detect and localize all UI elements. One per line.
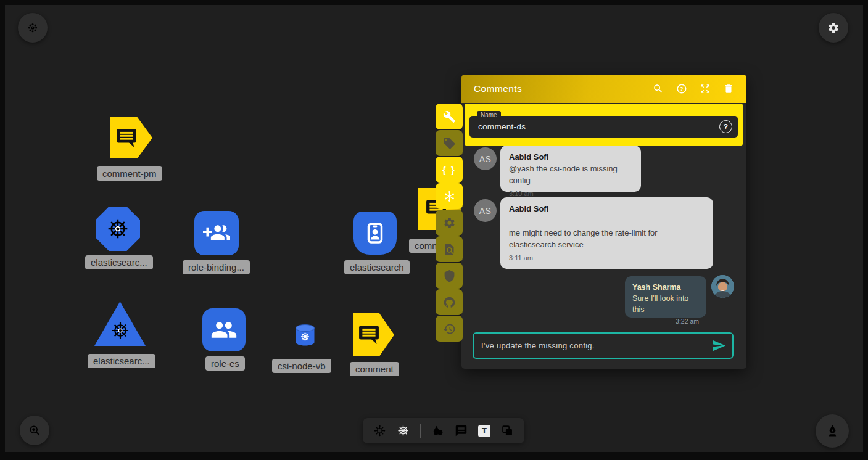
shapes-icon <box>431 424 444 437</box>
node-action-toolbar: { } <box>436 104 463 342</box>
kubernetes-wheel-icon <box>110 320 131 341</box>
message-author: Yash Sharma <box>632 282 699 293</box>
message-time: 3:22 am <box>632 317 699 326</box>
node-label: role-binding... <box>183 260 250 274</box>
canvas-node-elasticsearch-triangle[interactable] <box>94 302 146 346</box>
shapes-tool-button[interactable] <box>431 424 444 437</box>
avatar: AS <box>474 199 497 222</box>
kubernetes-tool-button[interactable] <box>397 424 410 437</box>
node-label: elasticsearc... <box>85 255 153 269</box>
node-label: csi-node-vb <box>272 359 331 373</box>
gear-icon <box>827 22 840 34</box>
toolbar-configure-button[interactable] <box>436 104 463 129</box>
infrastructure-icon <box>373 424 386 437</box>
canvas-node-csi-node-vb[interactable] <box>294 324 316 347</box>
doc-search-icon <box>443 243 456 256</box>
id-badge-icon <box>362 220 388 246</box>
canvas-node-elasticsearch-octagon[interactable] <box>96 207 140 251</box>
chat-message: Aabid Sofi @yash the csi-node is missing… <box>500 146 641 192</box>
shield-icon <box>443 269 456 282</box>
tag-icon <box>443 137 456 150</box>
app-logo-icon <box>27 22 38 33</box>
avatar-photo <box>711 275 734 298</box>
toolbar-doc-search-button[interactable] <box>436 236 463 262</box>
message-author: Aabid Sofi <box>509 203 705 215</box>
toolbar-hub-button[interactable] <box>436 183 463 209</box>
image-icon <box>501 424 514 437</box>
chat-message: Aabid Sofi me might need to change the r… <box>500 197 713 269</box>
name-field-label: Name <box>477 111 501 119</box>
comments-header-actions: ? <box>653 83 734 94</box>
name-input[interactable] <box>469 116 738 138</box>
chat-message: Yash Sharma Sure I'll look into this 3:2… <box>625 276 706 318</box>
wrench-icon <box>443 110 456 123</box>
comment-bubble-icon <box>116 128 137 148</box>
comments-panel-title: Comments <box>474 83 522 94</box>
message-text: Sure I'll look into this <box>632 293 699 315</box>
users-icon <box>210 316 238 343</box>
node-label: role-es <box>205 356 245 371</box>
toolbar-github-button[interactable] <box>436 289 463 315</box>
expand-icon <box>700 83 711 94</box>
comment-icon <box>455 424 468 437</box>
braces-icon: { } <box>442 165 456 175</box>
pen-tool-button[interactable] <box>816 414 849 448</box>
trash-icon <box>723 83 734 94</box>
user-photo-icon <box>711 275 734 298</box>
help-icon: ? <box>719 120 732 133</box>
zoom-button[interactable] <box>20 416 49 445</box>
design-canvas[interactable]: comment-pm elasticsearc... role-binding.… <box>5 5 863 452</box>
comment-bubble-icon <box>358 325 379 345</box>
hub-icon <box>443 190 456 203</box>
canvas-node-comment[interactable] <box>353 313 394 356</box>
gear-icon <box>443 216 456 229</box>
help-button[interactable]: ? <box>676 83 687 94</box>
canvas-node-role-binding[interactable] <box>194 211 239 255</box>
search-icon <box>653 83 664 94</box>
delete-button[interactable] <box>723 83 734 94</box>
message-text: me might need to change the rate-limit f… <box>509 228 705 251</box>
toolbar-security-button[interactable] <box>436 263 463 289</box>
image-tool-button[interactable] <box>501 424 514 437</box>
app-menu-button[interactable] <box>18 13 48 43</box>
svg-text:?: ? <box>680 86 683 92</box>
comment-composer <box>473 332 734 359</box>
toolbar-history-button[interactable] <box>436 316 463 342</box>
send-button[interactable] <box>712 339 732 353</box>
history-icon <box>443 322 456 335</box>
comments-panel: Comments ? Name ? AS Aabid Sofi <box>461 75 746 369</box>
search-button[interactable] <box>653 83 664 94</box>
text-icon: T <box>478 425 490 437</box>
node-label: comment <box>350 362 399 376</box>
text-tool-button[interactable]: T <box>478 425 490 437</box>
message-text: @yash the csi-node is missing config <box>509 163 632 187</box>
name-help-button[interactable]: ? <box>719 120 732 133</box>
help-icon: ? <box>676 83 687 94</box>
app-window: comment-pm elasticsearc... role-binding.… <box>0 0 868 460</box>
users-plus-icon <box>203 220 230 247</box>
comment-tool-button[interactable] <box>455 424 468 437</box>
infrastructure-tool-button[interactable] <box>373 424 386 437</box>
kubernetes-wheel-icon <box>105 216 130 241</box>
avatar: AS <box>474 147 497 170</box>
canvas-node-role-es[interactable] <box>202 308 246 351</box>
node-label: comment-pm <box>97 166 162 181</box>
zoom-in-icon <box>28 424 41 437</box>
message-time: 3:11 am <box>509 253 705 263</box>
kubernetes-wheel-icon <box>397 424 410 437</box>
name-field-section: Name ? <box>465 104 743 146</box>
toolbar-tag-button[interactable] <box>436 130 463 156</box>
comment-input[interactable] <box>474 341 712 350</box>
node-label: elasticsearch <box>344 260 410 274</box>
settings-button[interactable] <box>819 13 848 43</box>
toolbar-settings-button[interactable] <box>436 210 463 236</box>
comments-panel-header[interactable]: Comments ? <box>461 75 746 103</box>
pen-nib-icon <box>825 424 840 439</box>
canvas-node-comment-pm[interactable] <box>110 117 152 158</box>
node-label: elasticsearc... <box>88 354 155 368</box>
github-icon <box>443 296 456 309</box>
toolbar-json-button[interactable]: { } <box>436 157 463 183</box>
expand-button[interactable] <box>700 83 711 94</box>
canvas-node-elasticsearch[interactable] <box>353 212 397 255</box>
message-author: Aabid Sofi <box>509 152 632 163</box>
